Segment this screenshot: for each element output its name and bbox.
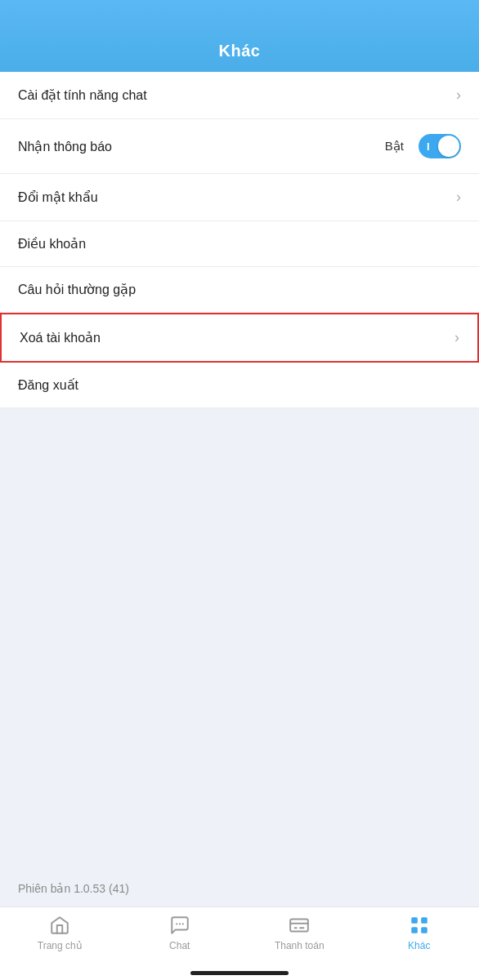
toggle-i-icon: I [427,140,430,153]
nav-item-other[interactable]: Khác [360,914,480,951]
menu-item-right: › [456,87,461,104]
nav-label-home: Trang chủ [38,940,83,951]
svg-point-0 [176,923,177,924]
menu-item-change-password[interactable]: Đổi mật khẩu › [0,174,479,221]
menu-item-label: Cài đặt tính năng chat [18,87,147,103]
menu-item-label: Điều khoản [18,236,86,252]
menu-item-label: Đăng xuất [18,377,78,393]
content-area: Cài đặt tính năng chat › Nhận thông báo … [0,72,479,906]
svg-rect-7 [421,927,428,933]
chevron-icon: › [456,189,461,206]
chevron-icon: › [454,329,459,346]
menu-item-label: Đổi mật khẩu [18,189,98,205]
menu-list: Cài đặt tính năng chat › Nhận thông báo … [0,72,479,408]
version-text: Phiên bản 1.0.53 (41) [18,882,129,895]
menu-item-chat-settings[interactable]: Cài đặt tính năng chat › [0,72,479,119]
menu-item-notifications[interactable]: Nhận thông báo Bật I [0,119,479,174]
menu-item-delete-account[interactable]: Xoá tài khoản › [0,313,479,363]
menu-item-logout[interactable]: Đăng xuất [0,363,479,408]
nav-label-other: Khác [408,940,430,951]
menu-item-right: › [454,329,459,346]
toggle-knob [438,136,459,157]
nav-item-chat[interactable]: Chat [120,914,240,951]
menu-item-terms[interactable]: Điều khoản [0,221,479,267]
menu-item-faq[interactable]: Câu hỏi thường gặp [0,267,479,313]
chat-icon [168,914,191,937]
nav-label-chat: Chat [169,940,190,951]
svg-point-2 [181,923,183,924]
bottom-nav: Trang chủ Chat Thanh toán [0,906,479,980]
menu-item-label: Câu hỏi thường gặp [18,282,136,297]
svg-rect-6 [411,927,418,933]
home-indicator [190,971,289,975]
svg-rect-3 [290,919,308,931]
menu-item-label: Xoá tài khoản [20,330,101,345]
toggle-switch[interactable]: I [419,134,461,158]
menu-item-right: Bật I [385,134,461,158]
svg-rect-4 [411,917,418,924]
nav-item-home[interactable]: Trang chủ [0,914,120,951]
svg-rect-5 [421,917,428,924]
version-area: Phiên bản 1.0.53 (41) [0,408,479,906]
toggle-label: Bật [385,139,404,154]
other-icon [408,914,431,937]
payment-icon [288,914,311,937]
nav-label-payment: Thanh toán [275,940,325,951]
menu-item-right: › [456,189,461,206]
menu-item-label: Nhận thông báo [18,139,112,154]
page-title: Khác [219,42,261,60]
svg-point-1 [179,923,181,924]
home-icon [48,914,71,937]
chevron-icon: › [456,87,461,104]
header: Khác [0,0,479,72]
nav-item-payment[interactable]: Thanh toán [239,914,360,951]
